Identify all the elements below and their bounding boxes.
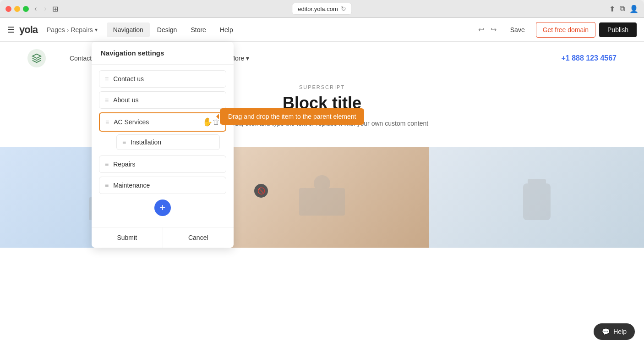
help-chat-icon: 💬 xyxy=(602,328,610,335)
help-chat-label: Help xyxy=(613,328,627,335)
navigation-panel: Navigation settings ≡ Contact us ≡ About… xyxy=(92,42,234,248)
cancel-button[interactable]: Cancel xyxy=(163,227,234,248)
preview-logo-icon xyxy=(27,49,46,67)
url-text: editor.yola.com xyxy=(298,6,338,12)
new-tab-icon[interactable]: ⧉ xyxy=(620,5,625,13)
hamburger-menu[interactable]: ☰ xyxy=(7,25,15,35)
nav-item-repairs[interactable]: ≡ Repairs xyxy=(99,155,226,173)
maximize-button[interactable] xyxy=(23,6,29,12)
app-header: ☰ yola Pages › Repairs ▾ Navigation Desi… xyxy=(0,18,644,42)
browser-chrome: ‹ › ⊞ editor.yola.com ↻ ⬆ ⧉ 👤 xyxy=(0,0,644,18)
close-button[interactable] xyxy=(5,6,11,12)
forward-button[interactable]: › xyxy=(42,4,48,14)
drag-handle-installation: ≡ xyxy=(122,139,126,146)
logo: yola xyxy=(19,24,38,36)
minimize-button[interactable] xyxy=(14,6,20,12)
svg-rect-4 xyxy=(523,183,551,220)
main-area: Contact us About us Installation Repairs… xyxy=(0,42,644,344)
nav-item-label-about: About us xyxy=(113,96,220,104)
preview-image-2 xyxy=(215,147,430,248)
help-chat-button[interactable]: 💬 Help xyxy=(594,323,635,340)
disabled-drag-icon: 🚫 xyxy=(254,184,268,198)
svg-point-3 xyxy=(314,175,330,192)
drag-handle-ac-services: ≡ xyxy=(105,118,109,126)
share-icon[interactable]: ⬆ xyxy=(609,5,615,13)
nav-item-contact[interactable]: ≡ Contact us xyxy=(99,70,226,88)
traffic-lights xyxy=(5,6,29,12)
nav-item-ac-services[interactable]: ≡ AC Services ✋ 🗑 ≡ Installation xyxy=(99,112,226,132)
svg-rect-5 xyxy=(528,179,546,188)
drag-handle-repairs: ≡ xyxy=(105,161,109,168)
nav-item-label-contact: Contact us xyxy=(113,75,220,83)
nav-panel-header: Navigation settings xyxy=(92,42,234,65)
submit-button[interactable]: Submit xyxy=(92,227,163,248)
browser-actions: ⬆ ⧉ 👤 xyxy=(609,5,639,13)
nav-panel-body: ≡ Contact us ≡ About us ≡ AC Services ✋ … xyxy=(92,65,234,227)
drag-handle-contact: ≡ xyxy=(105,75,109,83)
get-free-domain-button[interactable]: Get free domain xyxy=(536,22,595,38)
breadcrumb-pages[interactable]: Pages xyxy=(47,26,65,33)
drag-handle-about: ≡ xyxy=(105,96,109,104)
breadcrumb: Pages › Repairs ▾ xyxy=(47,26,98,33)
redo-button[interactable]: ↪ xyxy=(488,23,499,36)
svg-rect-2 xyxy=(299,188,345,216)
back-button[interactable]: ‹ xyxy=(33,4,38,14)
nav-subitem-label-installation: Installation xyxy=(131,139,214,146)
breadcrumb-separator: › xyxy=(67,26,69,33)
address-bar[interactable]: editor.yola.com ↻ xyxy=(292,3,352,15)
refresh-icon: ↻ xyxy=(341,5,346,12)
nav-item-label-repairs: Repairs xyxy=(113,161,220,168)
nav-subitem-installation[interactable]: ≡ Installation xyxy=(116,134,220,150)
nav-item-label-ac-services: AC Services xyxy=(114,118,199,126)
nav-panel-footer: Submit Cancel xyxy=(92,227,234,248)
nav-navigation[interactable]: Navigation xyxy=(107,22,150,37)
add-nav-item-button[interactable]: + xyxy=(154,200,171,216)
header-nav: Navigation Design Store Help xyxy=(107,22,240,37)
save-button[interactable]: Save xyxy=(503,22,532,37)
drag-cursor-icon: ✋ xyxy=(202,117,213,127)
header-actions: ↩ ↪ Save Get free domain Publish xyxy=(475,22,637,38)
breadcrumb-current-label: Repairs xyxy=(71,26,93,33)
drag-handle-maintenance: ≡ xyxy=(105,182,109,189)
nav-item-about[interactable]: ≡ About us xyxy=(99,91,226,109)
undo-button[interactable]: ↩ xyxy=(475,23,487,36)
profile-icon[interactable]: 👤 xyxy=(629,5,639,13)
nav-item-label-maintenance: Maintenance xyxy=(113,182,220,189)
undo-redo-group: ↩ ↪ xyxy=(475,23,499,36)
preview-image-3 xyxy=(429,147,644,248)
sidebar-button[interactable]: ⊞ xyxy=(52,5,58,13)
preview-phone: +1 888 123 4567 xyxy=(561,54,617,62)
drag-drop-tooltip: Drag and drop the item to the parent ele… xyxy=(220,108,364,125)
nav-design[interactable]: Design xyxy=(151,22,184,37)
nav-help[interactable]: Help xyxy=(213,22,240,37)
breadcrumb-dropdown-button[interactable]: ▾ xyxy=(95,27,98,33)
publish-button[interactable]: Publish xyxy=(599,22,637,37)
nav-store[interactable]: Store xyxy=(184,22,212,37)
breadcrumb-current: Repairs ▾ xyxy=(71,26,97,33)
nav-item-maintenance[interactable]: ≡ Maintenance xyxy=(99,177,226,194)
